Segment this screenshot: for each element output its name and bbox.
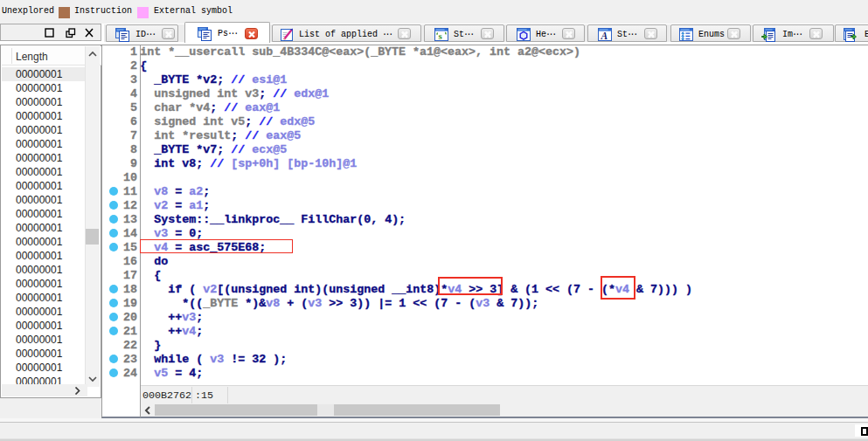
svg-text:s: s — [439, 31, 443, 41]
svg-text:A: A — [601, 31, 608, 41]
